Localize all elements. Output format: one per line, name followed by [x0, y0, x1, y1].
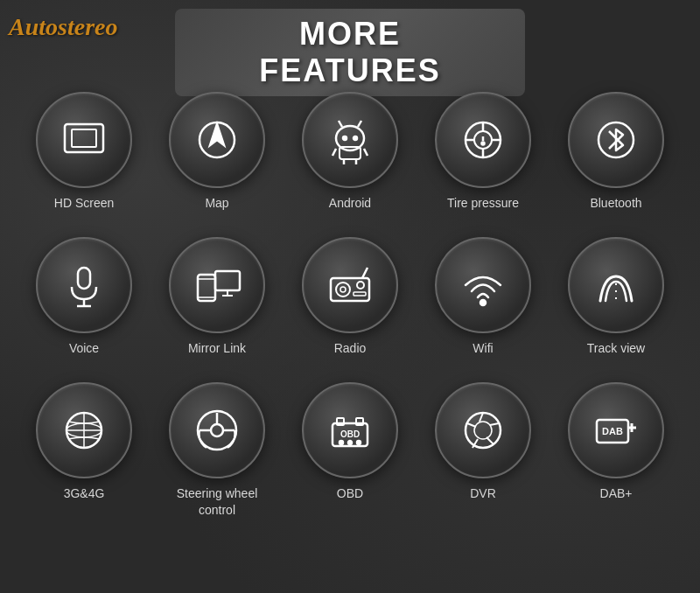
svg-point-35	[357, 282, 364, 289]
feature-android: Android	[284, 83, 416, 220]
brand-logo: Autostereo	[9, 13, 117, 41]
svg-line-6	[339, 121, 342, 127]
track-view-icon	[590, 259, 642, 311]
dvr-label: DVR	[470, 485, 496, 501]
feature-mirror-link: Mirror Link	[150, 228, 284, 365]
tire-pressure-icon-circle	[435, 92, 531, 188]
feature-radio: Radio	[284, 228, 416, 365]
svg-point-21	[482, 143, 485, 145]
dvr-icon-circle	[435, 382, 531, 478]
svg-line-37	[362, 268, 368, 278]
map-icon	[191, 114, 243, 166]
features-grid: HD Screen Map	[0, 74, 700, 535]
wifi-icon-circle	[435, 237, 531, 333]
feature-tire-pressure: Tire pressure	[416, 83, 550, 220]
svg-rect-23	[78, 268, 90, 289]
android-icon	[324, 114, 376, 166]
feature-3g4g: 3G&4G	[18, 373, 150, 526]
svg-line-13	[364, 149, 368, 156]
mirror-link-icon-circle	[169, 237, 265, 333]
feature-voice: Voice	[18, 228, 150, 365]
dab-icon-circle: DAB	[568, 382, 664, 478]
feature-obd: OBD OBD	[284, 373, 416, 526]
track-view-label: Track view	[587, 340, 645, 356]
feature-bluetooth: Bluetooth	[550, 83, 682, 220]
svg-line-64	[467, 423, 476, 427]
3g4g-icon	[58, 404, 110, 457]
radio-icon	[324, 259, 376, 311]
svg-rect-0	[65, 124, 103, 152]
steering-wheel-icon	[191, 404, 243, 457]
voice-icon-circle	[36, 237, 132, 333]
svg-text:DAB: DAB	[602, 426, 623, 436]
3g4g-label: 3G&4G	[64, 485, 105, 501]
dvr-icon	[457, 404, 509, 457]
svg-point-8	[343, 136, 346, 140]
steering-wheel-icon-circle	[169, 382, 265, 478]
wifi-label: Wifi	[472, 340, 493, 356]
feature-dab: DAB DAB+	[550, 373, 682, 526]
svg-point-38	[480, 300, 486, 305]
svg-line-7	[358, 121, 361, 127]
svg-rect-36	[354, 292, 366, 296]
svg-line-62	[486, 437, 494, 444]
tire-pressure-label: Tire pressure	[447, 195, 519, 211]
feature-map: Map	[150, 83, 284, 220]
wifi-icon	[457, 259, 509, 311]
dab-label: DAB+	[600, 485, 633, 501]
hd-screen-label: HD Screen	[54, 195, 114, 211]
hd-screen-icon-circle	[36, 92, 132, 188]
feature-track-view: Track view	[550, 228, 682, 365]
svg-line-12	[332, 149, 336, 156]
bluetooth-label: Bluetooth	[590, 195, 641, 211]
svg-point-59	[474, 422, 492, 439]
svg-point-58	[466, 413, 500, 448]
svg-point-57	[357, 441, 360, 444]
map-icon-circle	[169, 92, 265, 188]
track-view-icon-circle	[568, 237, 664, 333]
feature-hd-screen: HD Screen	[18, 83, 150, 220]
svg-point-9	[354, 136, 357, 140]
hd-screen-icon	[58, 114, 110, 166]
svg-rect-1	[72, 129, 96, 147]
3g4g-icon-circle	[36, 382, 132, 478]
svg-point-47	[211, 424, 223, 436]
obd-label: OBD	[337, 485, 363, 501]
svg-marker-3	[210, 124, 224, 145]
feature-dvr: DVR	[416, 373, 550, 526]
bluetooth-icon	[590, 114, 642, 166]
svg-text:OBD: OBD	[340, 429, 360, 439]
android-label: Android	[329, 195, 371, 211]
obd-icon: OBD	[324, 404, 376, 457]
voice-label: Voice	[69, 340, 99, 356]
voice-icon	[58, 259, 110, 311]
svg-point-33	[336, 283, 350, 296]
svg-point-55	[340, 441, 343, 444]
svg-point-34	[340, 287, 346, 292]
svg-rect-29	[215, 271, 240, 290]
dab-icon: DAB	[590, 404, 642, 457]
map-label: Map	[205, 195, 228, 211]
radio-label: Radio	[334, 340, 367, 356]
obd-icon-circle: OBD	[302, 382, 398, 478]
svg-line-61	[490, 423, 499, 425]
steering-wheel-label: Steering wheelcontrol	[177, 485, 258, 517]
feature-steering-wheel: Steering wheelcontrol	[150, 373, 284, 526]
android-icon-circle	[302, 92, 398, 188]
bluetooth-icon-circle	[568, 92, 664, 188]
tire-pressure-icon	[457, 114, 509, 166]
mirror-link-label: Mirror Link	[188, 340, 246, 356]
svg-point-56	[348, 441, 352, 444]
radio-icon-circle	[302, 237, 398, 333]
feature-wifi: Wifi	[416, 228, 550, 365]
mirror-link-icon	[191, 259, 243, 311]
